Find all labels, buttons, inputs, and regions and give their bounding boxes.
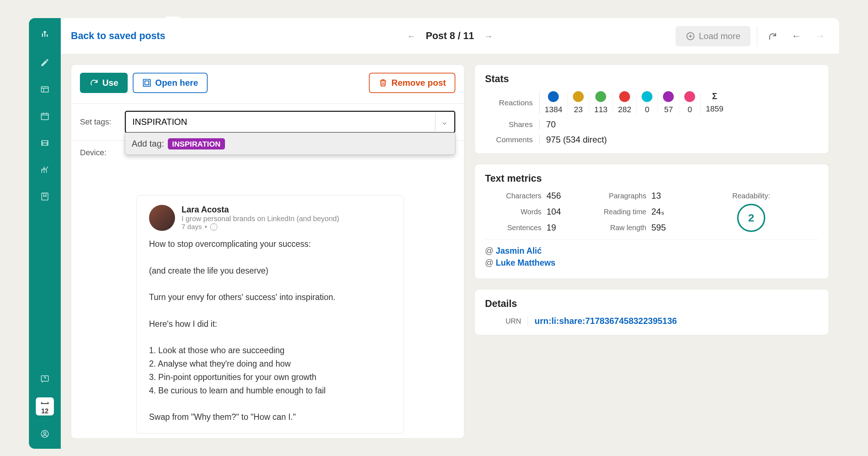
analytics-icon[interactable] [37,161,53,178]
bookmark-icon[interactable] [37,188,53,205]
topbar: Back to saved posts ← Post 8 / 11 → Load… [61,18,839,54]
svg-rect-7 [143,79,150,86]
author-tagline: I grow personal brands on LinkedIn (and … [182,215,339,223]
support-icon [595,91,606,102]
right-panel: Stats Reactions 1384231132820570Σ1859 Sh… [475,64,829,439]
calendar-badge[interactable]: 12 [36,397,54,415]
mention: @ Luke Matthews [485,258,818,268]
open-here-button[interactable]: Open here [133,73,208,93]
reaction-val: 282 [618,105,631,114]
globe-icon [210,223,217,231]
stats-card: Stats Reactions 1384231132820570Σ1859 Sh… [475,64,829,154]
mentions-list: @ Jasmin Alić@ Luke Matthews [485,239,818,268]
template-icon[interactable] [37,81,53,98]
reaction-support: 113 [589,91,613,114]
reading-label: Reading time [579,208,651,216]
tags-input[interactable] [125,111,455,133]
post-age: 7 days [182,223,202,231]
para-val: 13 [651,191,684,201]
open-label: Open here [155,78,198,88]
main-area: Back to saved posts ← Post 8 / 11 → Load… [61,18,839,449]
reactions-label: Reactions [485,98,539,107]
svg-point-5 [44,432,46,435]
sigma-icon: Σ [712,91,717,101]
pager-prev-icon[interactable]: ← [407,31,416,41]
reaction-like: 1384 [540,91,568,114]
sent-val: 19 [546,223,579,233]
tags-row: Set tags: ⌵ Add tag: INSPIRATION [71,106,464,138]
inbox-icon[interactable] [37,135,53,151]
load-more-label: Load more [699,31,740,41]
help-icon[interactable] [37,371,53,387]
tag-pill: INSPIRATION [168,138,225,149]
pager-next-icon[interactable]: → [484,31,493,41]
device-label: Device: [80,148,120,157]
love-icon [619,91,630,102]
reaction-val: 23 [574,105,583,114]
reading-val: 24ₛ [651,207,684,217]
load-more-button[interactable]: Load more [676,26,750,46]
remove-post-button[interactable]: Remove post [369,73,455,93]
reaction-val: 0 [688,105,692,114]
chevron-down-icon[interactable]: ⌵ [435,113,453,131]
metrics-title: Text metrics [485,173,818,184]
metrics-card: Text metrics Characters 456 Paragraphs 1… [475,164,829,279]
refresh-icon[interactable] [764,28,781,45]
svg-rect-2 [42,193,48,200]
like-icon [548,91,559,102]
stats-title: Stats [485,73,818,85]
pager-label: Post 8 / 11 [426,30,474,42]
logo [35,25,55,44]
sent-label: Sentences [485,224,546,232]
words-val: 104 [546,207,579,217]
edit-icon[interactable] [37,54,53,71]
reaction-funny: 57 [658,91,679,114]
svg-rect-8 [145,81,149,85]
mention-link[interactable]: Jasmin Alić [496,246,542,256]
use-label: Use [102,78,118,88]
dropdown-prefix: Add tag: [132,139,164,148]
details-title: Details [485,298,818,309]
details-card: Details URN urn:li:share:717836745832239… [475,289,829,335]
nav-back-icon[interactable]: ← [788,28,805,45]
content: Use Open here Remove post Set tags: [61,54,839,449]
use-button[interactable]: Use [80,73,128,93]
urn-value[interactable]: urn:li:share:7178367458322395136 [528,316,818,326]
nav-forward-icon[interactable]: → [812,28,829,45]
total-val: 1859 [706,104,723,114]
reaction-celebrate: 23 [568,91,589,114]
chars-val: 456 [546,191,579,201]
divider [757,26,757,46]
left-panel: Use Open here Remove post Set tags: [71,64,464,439]
reaction-curious: 0 [679,91,701,114]
raw-label: Raw length [579,224,651,232]
comments-label: Comments [485,135,539,144]
tags-dropdown[interactable]: Add tag: INSPIRATION [125,132,455,155]
mention: @ Jasmin Alić [485,246,818,256]
reaction-insightful: 0 [637,91,658,114]
back-link[interactable]: Back to saved posts [71,30,165,41]
reaction-love: 282 [613,91,637,114]
svg-rect-0 [41,86,48,92]
avatar [149,205,175,231]
profile-icon[interactable] [37,426,53,442]
raw-val: 595 [651,223,684,233]
svg-rect-1 [41,113,48,119]
reaction-val: 1384 [545,105,562,114]
urn-label: URN [485,317,521,325]
reactions-row: 1384231132820570Σ1859 [539,91,818,114]
mention-link[interactable]: Luke Matthews [496,258,556,267]
post-pager: ← Post 8 / 11 → [407,30,493,42]
calendar-icon[interactable] [37,108,53,124]
funny-icon [663,91,674,102]
action-toolbar: Use Open here Remove post [71,65,464,101]
shares-label: Shares [485,120,539,129]
words-label: Words [485,208,546,216]
reaction-val: 0 [645,105,649,114]
para-label: Paragraphs [579,192,651,200]
shares-value: 70 [539,119,818,130]
insightful-icon [642,91,652,102]
reaction-val: 113 [594,105,608,114]
calendar-day: 12 [41,408,48,415]
curious-icon [684,91,695,102]
